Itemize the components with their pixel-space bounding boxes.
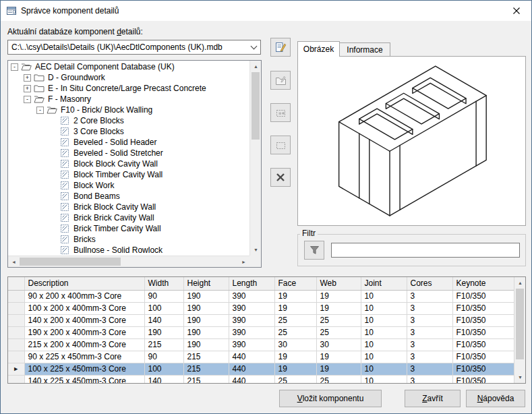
row-selector[interactable]: ►: [8, 363, 24, 375]
insert-component-button[interactable]: Vložit komponentu: [279, 390, 382, 407]
scrollbar-thumb[interactable]: [252, 72, 260, 140]
table-vertical-scrollbar[interactable]: ▲ ▼: [514, 277, 525, 383]
folder-icon: [34, 73, 45, 82]
tree-item-label: 3 Core Blocks: [72, 127, 125, 136]
cell-keynote: F10/350: [452, 363, 514, 375]
tree-item[interactable]: 2 Core Blocks: [8, 115, 249, 126]
scroll-down-icon[interactable]: ▼: [250, 244, 262, 256]
tree-expander-icon[interactable]: -: [11, 63, 18, 71]
scrollbar-track[interactable]: [250, 72, 261, 244]
column-header-face[interactable]: Face: [274, 277, 316, 290]
title-bar[interactable]: Správce komponent detailů: [1, 1, 531, 21]
cell-height: 190: [183, 302, 229, 314]
detail-component-manager-dialog: Správce komponent detailů Aktuální datab…: [0, 0, 532, 414]
column-header-height[interactable]: Height: [183, 277, 229, 290]
tree-vertical-scrollbar[interactable]: ▲ ▼: [249, 61, 261, 256]
table-row[interactable]: 90 x 225 x 450mm-3 Core 90 215 440 19 19…: [8, 351, 514, 363]
filter-input[interactable]: [331, 243, 520, 258]
cell-keynote: F10/350: [452, 314, 514, 326]
column-header-joint[interactable]: Joint: [361, 277, 407, 290]
tree-item-label: D - Groundwork: [47, 73, 107, 82]
cell-face: 19: [274, 290, 316, 302]
cell-description: 215 x 200 x 400mm-3 Core: [24, 338, 144, 351]
scroll-up-icon[interactable]: ▲: [514, 277, 526, 289]
tree-item[interactable]: Block Work: [8, 180, 249, 191]
table-row[interactable]: 140 x 225 x 450mm-3 Core 140 215 440 25 …: [8, 375, 514, 384]
table-row[interactable]: 90 x 200 x 400mm-3 Core 90 190 390 19 19…: [8, 290, 514, 302]
column-header-web[interactable]: Web: [316, 277, 361, 290]
scroll-left-icon[interactable]: ◄: [8, 256, 20, 268]
column-header-width[interactable]: Width: [144, 277, 183, 290]
close-button[interactable]: [501, 1, 531, 20]
cell-cores: 3: [407, 351, 452, 363]
tree-item-label: Beveled - Solid Stretcher: [72, 148, 165, 158]
row-selector[interactable]: [8, 338, 24, 351]
close-dialog-button[interactable]: Zavřít: [405, 390, 461, 407]
tree-item[interactable]: Brick Brick Cavity Wall: [8, 212, 249, 223]
tree-item[interactable]: Block Block Cavity Wall: [8, 158, 249, 169]
tree-item[interactable]: - F - Masonry: [8, 94, 249, 105]
delete-component-button[interactable]: [270, 168, 291, 187]
new-database-button[interactable]: [270, 71, 291, 90]
row-selector[interactable]: [8, 302, 24, 314]
tree-expander-icon[interactable]: +: [24, 74, 31, 82]
tree-item[interactable]: Bricks: [8, 234, 249, 245]
tree-item[interactable]: Bond Beams: [8, 191, 249, 202]
tree-item[interactable]: 3 Core Blocks: [8, 126, 249, 137]
column-header-length[interactable]: Length: [229, 277, 274, 290]
cell-keynote: F10/350: [452, 302, 514, 314]
x-delete-icon: [276, 173, 285, 182]
row-selector[interactable]: [8, 375, 24, 384]
database-path-combobox[interactable]: C:\..\csy\Details\Details (UK)\AecDtlCom…: [7, 40, 261, 55]
table-row[interactable]: 190 x 200 x 400mm-3 Core 190 190 390 25 …: [8, 326, 514, 338]
table-row[interactable]: 100 x 200 x 400mm-3 Core 100 190 390 19 …: [8, 302, 514, 314]
scrollbar-thumb[interactable]: [516, 289, 524, 359]
tree-item-label: Beveled - Solid Header: [72, 138, 158, 147]
tree-item[interactable]: Brick Timber Cavity Wall: [8, 223, 249, 234]
row-selector[interactable]: [8, 314, 24, 326]
tree-item[interactable]: - F10 - Brick/ Block Walling: [8, 105, 249, 115]
tree-expander-icon[interactable]: -: [36, 107, 44, 114]
edit-component-button[interactable]: [270, 136, 291, 154]
page-pencil-icon: [275, 42, 287, 53]
scrollbar-track[interactable]: [514, 289, 525, 372]
scroll-down-icon[interactable]: ▼: [514, 372, 526, 383]
filter-button[interactable]: [304, 241, 324, 260]
tree-item[interactable]: Block Timber Cavity Wall: [8, 169, 249, 180]
tab-informace[interactable]: Informace: [339, 42, 390, 57]
row-selector[interactable]: [8, 351, 24, 363]
tree-item[interactable]: + E - In Situ Concrete/Large Precast Con…: [8, 83, 249, 94]
cell-web: 25: [316, 326, 361, 338]
scrollbar-thumb[interactable]: [20, 258, 121, 266]
cell-description: 90 x 225 x 450mm-3 Core: [24, 351, 144, 363]
tree-item[interactable]: Bullnose - Solid Rowlock: [8, 245, 249, 256]
tree-item-label: Block Timber Cavity Wall: [72, 170, 164, 179]
table-row[interactable]: 215 x 200 x 400mm-3 Core 215 190 390 30 …: [8, 338, 514, 351]
table-row[interactable]: 140 x 200 x 400mm-3 Core 140 190 390 25 …: [8, 314, 514, 326]
scroll-right-icon[interactable]: ►: [238, 256, 249, 268]
edit-database-button[interactable]: [270, 38, 291, 57]
scrollbar-track[interactable]: [20, 256, 238, 267]
tree-item[interactable]: - AEC Detail Component Database (UK): [8, 61, 249, 72]
help-button[interactable]: Nápověda: [466, 390, 525, 407]
scroll-up-icon[interactable]: ▲: [250, 61, 262, 72]
column-header-description[interactable]: Description: [24, 277, 144, 290]
add-component-button[interactable]: [270, 103, 291, 122]
tree-expander-icon[interactable]: +: [24, 85, 31, 92]
column-header-cores[interactable]: Cores: [407, 277, 452, 290]
column-header-keynote[interactable]: Keynote: [452, 277, 514, 290]
cell-face: 30: [274, 338, 316, 351]
row-selector[interactable]: [8, 326, 24, 338]
tree-expander-icon[interactable]: -: [24, 96, 31, 103]
tree-horizontal-scrollbar[interactable]: ◄ ►: [8, 256, 249, 267]
cell-keynote: F10/350: [452, 375, 514, 384]
tree-item[interactable]: + D - Groundwork: [8, 72, 249, 83]
tab-obrazek[interactable]: Obrázek: [297, 41, 340, 57]
tree-item[interactable]: Beveled - Solid Stretcher: [8, 148, 249, 158]
row-selector[interactable]: [8, 290, 24, 302]
tree-item[interactable]: Beveled - Solid Header: [8, 137, 249, 148]
component-icon: [59, 224, 70, 233]
tree-item[interactable]: Brick Block Cavity Wall: [8, 202, 249, 212]
table-row[interactable]: ► 100 x 225 x 450mm-3 Core 100 215 440 1…: [8, 363, 514, 375]
tree-item-label: Brick Timber Cavity Wall: [72, 224, 162, 233]
